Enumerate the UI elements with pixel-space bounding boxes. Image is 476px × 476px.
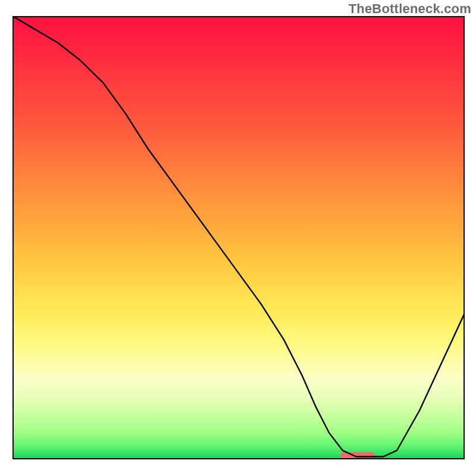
optimal-marker (340, 452, 375, 459)
chart-wrap: TheBottleneck.com (0, 0, 476, 476)
plot-area (12, 16, 465, 459)
watermark-text: TheBottleneck.com (349, 1, 471, 17)
bottleneck-gradient (12, 16, 465, 459)
